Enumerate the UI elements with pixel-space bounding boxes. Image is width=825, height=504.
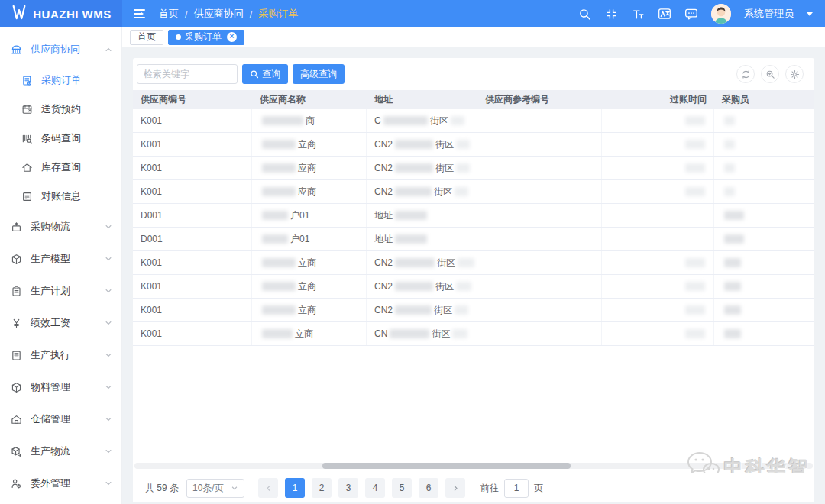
redacted-value xyxy=(724,258,741,267)
cell-posting-time xyxy=(602,299,714,321)
table-row[interactable]: K001立商CN2街区 xyxy=(133,275,814,299)
cell-buyer xyxy=(714,204,814,227)
advanced-query-button[interactable]: 高级查询 xyxy=(293,64,345,84)
search-input[interactable] xyxy=(137,64,238,84)
sidebar-item-purchase-order[interactable]: 采购订单 xyxy=(0,66,121,95)
table-row[interactable]: D001户01地址 xyxy=(133,228,814,251)
tab-purchase-order[interactable]: 采购订单 × xyxy=(168,30,244,45)
redacted-value xyxy=(262,329,293,338)
breadcrumb-supplier-collab[interactable]: 供应商协同 xyxy=(194,7,244,21)
page-buttons: 123456 xyxy=(278,478,438,498)
sidebar-item-label: 仓储管理 xyxy=(31,412,105,426)
cell-posting-time xyxy=(602,251,714,274)
query-toolbar: 查询 高级查询 xyxy=(133,58,814,90)
close-tab-icon[interactable]: × xyxy=(227,32,237,42)
sidebar-item-label: 绩效工资 xyxy=(31,316,105,330)
redacted-value xyxy=(724,305,741,315)
wms-app: HUAZHI WMS 首页 / 供应商协同 / 采购订单 xyxy=(0,0,825,504)
redacted-value xyxy=(452,329,467,338)
gear-icon[interactable] xyxy=(785,65,804,83)
redacted-value xyxy=(395,140,433,149)
chevron-down-icon[interactable] xyxy=(807,12,813,19)
page-button-1[interactable]: 1 xyxy=(285,478,305,498)
clipboard-icon xyxy=(11,285,23,297)
cell-supplier-code: K001 xyxy=(133,109,252,132)
collapse-sidebar-icon[interactable] xyxy=(134,9,145,18)
font-size-icon[interactable] xyxy=(631,7,645,21)
cube-icon xyxy=(11,253,23,265)
sidebar-item-delivery-appointment[interactable]: 送货预约 xyxy=(0,95,121,124)
sidebar-item-supplier-collaboration[interactable]: 供应商协同 xyxy=(0,34,121,66)
cell-supplier-name: 应商 xyxy=(252,180,367,203)
redacted-value xyxy=(724,211,744,220)
sidebar-item-purchase-logistics[interactable]: 采购物流 xyxy=(0,211,121,243)
page-button-4[interactable]: 4 xyxy=(365,478,385,498)
cell-posting-time xyxy=(602,204,714,227)
cell-supplier-code: K001 xyxy=(133,251,252,274)
sidebar-item-production-execution[interactable]: 生产执行 xyxy=(0,339,121,371)
prev-page-button[interactable] xyxy=(258,478,278,498)
sidebar-item-warehouse-management[interactable]: 仓储管理 xyxy=(0,403,121,435)
query-button[interactable]: 查询 xyxy=(242,64,288,84)
sidebar-item-outsourcing-management[interactable]: 委外管理 xyxy=(0,467,121,499)
breadcrumb-purchase-order: 采购订单 xyxy=(258,7,298,21)
table-row[interactable]: K001立商CN2街区 xyxy=(133,299,814,322)
chevron-left-icon xyxy=(265,485,272,492)
sidebar-item-reconciliation-info[interactable]: 对账信息 xyxy=(0,182,121,211)
redacted-value xyxy=(395,187,432,196)
sidebar-item-label: 供应商协同 xyxy=(31,43,105,57)
sidebar-item-production-plan[interactable]: 生产计划 xyxy=(0,275,121,307)
goto-page: 前往 页 xyxy=(480,479,543,498)
page-button-2[interactable]: 2 xyxy=(312,478,332,498)
message-icon[interactable] xyxy=(684,7,698,21)
cell-buyer xyxy=(714,251,814,274)
sidebar-item-material-management[interactable]: 物料管理 xyxy=(0,371,121,403)
cell-buyer xyxy=(714,133,814,156)
table-row[interactable]: K001应商CN2街区 xyxy=(133,180,814,204)
breadcrumb-home[interactable]: 首页 xyxy=(159,7,179,21)
cell-supplier-name: 立商 xyxy=(252,251,367,274)
refresh-icon[interactable] xyxy=(736,65,755,83)
page-button-5[interactable]: 5 xyxy=(392,478,412,498)
cell-address: C街区 xyxy=(367,109,477,132)
redacted-value xyxy=(724,329,741,338)
search-icon[interactable] xyxy=(578,7,591,21)
table-row[interactable]: K001应商CN2街区 xyxy=(133,157,814,180)
cell-supplier-code: D001 xyxy=(133,228,252,250)
redacted-value xyxy=(395,258,435,267)
app-logo[interactable]: HUAZHI WMS xyxy=(0,0,122,27)
goto-page-input[interactable] xyxy=(504,479,529,498)
sidebar-item-production-logistics[interactable]: 生产物流 xyxy=(0,435,121,467)
cube-icon xyxy=(11,381,23,393)
next-page-button[interactable] xyxy=(445,478,465,498)
user-name[interactable]: 系统管理员 xyxy=(744,7,794,21)
table-row[interactable]: K001商C街区 xyxy=(133,109,814,133)
table-row[interactable]: K001立商CN2街区 xyxy=(133,251,814,275)
sidebar-item-inventory-query[interactable]: 库存查询 xyxy=(0,153,121,182)
zoom-icon[interactable] xyxy=(761,65,779,83)
sidebar-item-barcode-query[interactable]: 条码查询 xyxy=(0,124,121,153)
purchase-order-card: 查询 高级查询 xyxy=(133,58,814,502)
table-row[interactable]: K001立商CN街区 xyxy=(133,322,814,346)
column-supplier-code: 供应商编号 xyxy=(133,93,252,106)
page-button-3[interactable]: 3 xyxy=(338,478,358,498)
page-button-6[interactable]: 6 xyxy=(419,478,438,498)
avatar[interactable] xyxy=(711,4,731,24)
chevron-down-icon xyxy=(105,383,112,391)
translate-icon[interactable] xyxy=(658,7,671,21)
horizontal-scrollbar-thumb[interactable] xyxy=(322,463,571,469)
tab-home[interactable]: 首页 xyxy=(130,30,163,45)
sidebar-item-label: 送货预约 xyxy=(41,102,112,116)
redacted-value xyxy=(724,234,744,244)
column-address: 地址 xyxy=(367,93,477,106)
table-row[interactable]: K001立商CN2街区 xyxy=(133,133,814,157)
redacted-value xyxy=(456,163,470,173)
page-size-select[interactable]: 10条/页 xyxy=(186,479,244,498)
compress-screen-icon[interactable] xyxy=(604,7,618,21)
sidebar-item-performance-salary[interactable]: 绩效工资 xyxy=(0,307,121,339)
purchase-logistics-icon xyxy=(11,221,23,233)
cell-supplier-ref xyxy=(477,251,602,274)
sidebar-item-production-model[interactable]: 生产模型 xyxy=(0,243,121,275)
table-row[interactable]: D001户01地址 xyxy=(133,204,814,228)
cell-supplier-ref xyxy=(477,322,602,345)
